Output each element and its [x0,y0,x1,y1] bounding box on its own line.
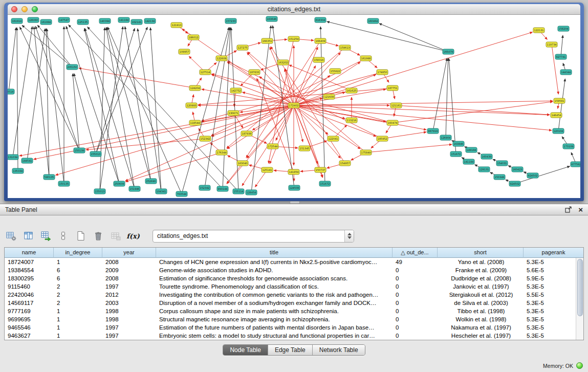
graph-edge[interactable] [34,27,49,177]
graph-edge[interactable] [13,27,32,157]
graph-node[interactable]: 159613 [339,45,351,50]
graph-node[interactable]: 141184 [118,17,129,23]
graph-node[interactable]: 160474 [387,120,398,125]
graph-edge[interactable] [125,152,222,182]
table-row[interactable]: 2242004622012Investigating the contribut… [5,291,576,299]
graph-edge[interactable] [231,28,238,191]
graph-node[interactable]: 186012 [188,35,199,40]
graph-node[interactable]: 129131 [478,167,490,172]
graph-node[interactable]: 124204 [189,85,201,91]
graph-edge[interactable] [294,105,426,130]
graph-edge[interactable] [17,28,18,171]
graph-edge[interactable] [138,29,161,191]
graph-edge[interactable] [446,58,448,138]
column-header-name[interactable]: name [5,248,54,258]
graph-node[interactable]: 250609 [114,181,125,186]
import-table-icon[interactable] [39,229,53,243]
graph-node[interactable]: 160464 [367,18,379,24]
graph-node[interactable]: 118514 [8,89,14,94]
graph-edge[interactable] [558,79,565,131]
graph-node[interactable]: 154957 [339,161,351,166]
tab-edge-table[interactable]: Edge Table [268,345,312,355]
graph-node[interactable]: 104341 [156,189,167,194]
graph-edge[interactable] [393,102,553,123]
graph-node[interactable]: 161998 [360,56,372,61]
graph-node[interactable]: 163202 [277,60,289,65]
graph-node[interactable]: 125141 [262,167,273,172]
graph-edge[interactable] [294,105,376,136]
tab-node-table[interactable]: Node Table [223,345,268,355]
graph-edge[interactable] [69,25,223,189]
graph-node[interactable]: 162141 [131,19,142,25]
column-header-title[interactable]: title [156,248,393,258]
graph-node[interactable]: 163646 [266,16,277,21]
graph-node[interactable]: 122608 [216,56,227,61]
graph-node[interactable]: 150139 [74,148,85,153]
graph-edge[interactable] [561,35,563,57]
graph-node[interactable]: 142752 [230,88,242,93]
graph-node[interactable]: 927741 [555,54,567,59]
graph-node[interactable]: 126904 [440,135,451,140]
graph-node[interactable]: 122041 [328,136,339,141]
table-selector-combobox[interactable]: citations_edges.txt [153,230,354,243]
graph-edge[interactable] [223,28,230,189]
graph-edge[interactable] [47,29,64,184]
function-builder-icon[interactable]: f(x) [126,229,140,243]
zoom-window-button[interactable] [32,6,38,12]
column-header-pagerank[interactable]: pagerank [524,248,583,258]
graph-node[interactable]: 172402 [288,103,299,108]
graph-node[interactable]: 142134 [144,18,156,24]
vertical-scrollbar[interactable] [576,258,583,340]
graph-edge[interactable] [74,74,96,154]
graph-node[interactable]: 121161 [390,103,402,108]
graph-node[interactable]: 166409 [315,38,326,43]
graph-edge[interactable] [294,105,552,130]
graph-node[interactable]: 763544 [176,191,187,196]
graph-edge[interactable] [79,68,195,88]
column-header-year[interactable]: year [102,248,156,258]
graph-edge[interactable] [294,105,322,178]
column-chooser-icon[interactable] [21,229,36,243]
table-row[interactable]: 969969511998Structural magnetic resonanc… [5,315,576,323]
column-header-in_degree[interactable]: in_degree [54,248,102,258]
import-file-icon-disabled[interactable] [108,229,123,243]
graph-node[interactable]: 151345 [299,146,310,151]
graph-node[interactable]: 924502 [509,181,520,186]
graph-node[interactable]: 155114 [233,189,244,194]
graph-node[interactable]: 130671 [228,111,239,116]
graph-edge[interactable] [107,27,182,194]
table-row[interactable]: 946362711997Embryonic stem cells: a mode… [5,332,576,340]
graph-node[interactable]: 113216 [346,118,357,123]
close-window-button[interactable] [11,6,17,12]
graph-node[interactable]: 818304 [315,17,326,23]
graph-node[interactable]: 124508 [289,185,300,190]
float-panel-icon[interactable] [565,206,572,213]
graph-node[interactable]: 166351 [262,38,273,43]
table-row[interactable]: 977716911998Corpus callosum shape and si… [5,307,576,315]
graph-node[interactable]: 161625 [346,88,357,93]
graph-node[interactable]: 151254 [288,36,299,41]
graph-node[interactable]: 155013 [94,189,105,194]
graph-edge[interactable] [55,105,294,175]
graph-node[interactable]: 150737 [315,167,326,172]
rows-icon[interactable] [56,229,71,243]
delete-table-icon[interactable] [91,229,105,243]
graph-node[interactable]: 152342 [200,136,211,141]
graph-node[interactable]: 128454 [246,190,257,195]
scrollbar-thumb[interactable] [577,259,583,316]
graph-node[interactable]: 144541 [21,158,33,163]
graph-edge[interactable] [84,29,119,184]
graph-node[interactable]: 122131 [533,28,545,33]
graph-node[interactable]: 187833 [249,70,260,75]
graph-node[interactable]: 163040 [237,161,248,166]
graph-node[interactable]: 155822 [330,69,341,74]
graph-edge[interactable] [270,105,294,164]
graph-edge[interactable] [366,144,452,152]
graph-edge[interactable] [294,101,553,105]
graph-node[interactable]: 151672 [319,181,331,186]
graph-node[interactable]: 924502 [527,173,538,178]
new-table-icon[interactable] [74,229,88,243]
graph-edge[interactable] [46,29,49,177]
graph-node[interactable]: 140394 [99,18,111,24]
graph-node[interactable]: 141184 [463,159,474,164]
